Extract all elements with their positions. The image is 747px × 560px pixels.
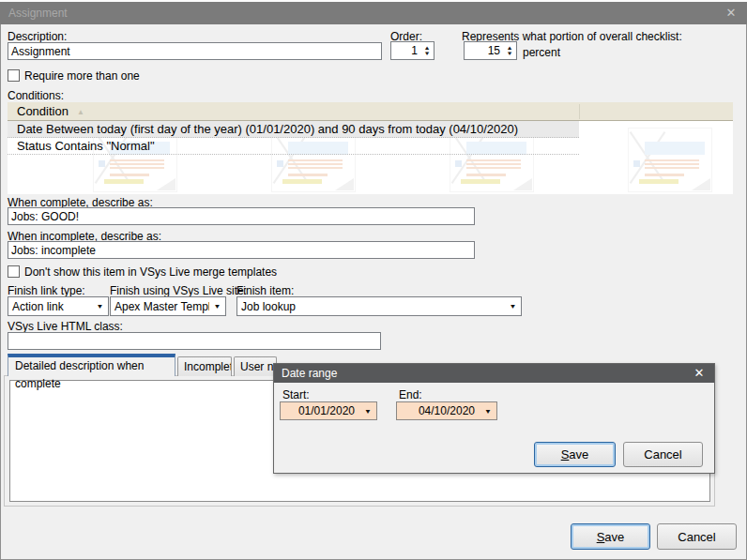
conditions-column-header[interactable]: Condition ▲: [8, 102, 733, 121]
column-divider: [579, 104, 580, 119]
titlebar: Assignment ✕: [0, 2, 747, 24]
spinner-down-icon[interactable]: ▼: [423, 51, 430, 56]
date-save-button[interactable]: Save: [534, 442, 616, 467]
finish-site-value: Apex Master Template: [111, 300, 209, 313]
condition-row-status[interactable]: Status Contains "Normal": [8, 138, 579, 155]
html-class-label: VSys Live HTML class:: [8, 320, 123, 333]
finish-item-value: Job lookup: [237, 300, 505, 313]
spinner-arrows[interactable]: ▲ ▼: [420, 45, 434, 56]
tab-user-notes[interactable]: User no: [234, 356, 277, 376]
date-range-dialog: Date range ✕ Start: 01/01/2020 ▼ End: 04…: [273, 363, 715, 474]
cancel-button[interactable]: Cancel: [657, 523, 737, 550]
dropdown-arrow-icon[interactable]: ▼: [359, 407, 376, 415]
portion-value: 15: [465, 44, 503, 57]
save-button[interactable]: Save: [571, 523, 650, 550]
finish-site-label: Finish using VSys Live site:: [110, 284, 247, 297]
spinner-down-icon[interactable]: ▼: [506, 51, 512, 56]
tab-incomplete[interactable]: Incomplete: [177, 356, 232, 376]
conditions-list: Condition ▲ Date Between today (first da…: [8, 102, 733, 194]
conditions-label: Conditions:: [8, 89, 64, 102]
dont-show-label: Don't show this item in VSys Live merge …: [24, 265, 277, 279]
percent-suffix-label: percent: [523, 46, 560, 59]
start-label: Start:: [282, 388, 310, 401]
start-date-value: 01/01/2020: [281, 404, 359, 417]
require-more-label: Require more than one: [24, 69, 140, 83]
assignment-dialog: Assignment ✕ Description: Assignment Ord…: [0, 0, 747, 560]
window-title: Assignment: [8, 2, 68, 24]
date-cancel-button[interactable]: Cancel: [623, 442, 703, 467]
condition-column-label: Condition: [17, 102, 69, 121]
finish-item-select[interactable]: Job lookup ▼: [236, 296, 522, 316]
start-date-select[interactable]: 01/01/2020 ▼: [280, 401, 377, 420]
dropdown-arrow-icon[interactable]: ▼: [505, 303, 521, 310]
end-date-value: 04/10/2020: [397, 404, 480, 417]
order-value: 1: [391, 44, 420, 57]
save-rest: ave: [604, 530, 624, 544]
dont-show-checkbox[interactable]: [8, 265, 20, 278]
spinner-arrows[interactable]: ▲ ▼: [503, 45, 516, 56]
description-label: Description:: [8, 30, 67, 43]
finish-link-type-label: Finish link type:: [8, 284, 85, 297]
finish-link-type-select[interactable]: Action link ▼: [8, 296, 109, 316]
require-more-checkbox[interactable]: [8, 69, 20, 82]
close-icon[interactable]: ✕: [690, 364, 709, 383]
finish-link-type-value: Action link: [8, 300, 92, 313]
order-stepper[interactable]: 1 ▲ ▼: [390, 41, 434, 60]
sort-ascending-icon: ▲: [77, 103, 84, 122]
date-dialog-title: Date range: [282, 364, 337, 383]
when-complete-input[interactable]: Jobs: GOOD!: [8, 207, 475, 225]
when-incomplete-input[interactable]: Jobs: incomplete: [8, 241, 475, 259]
dropdown-arrow-icon[interactable]: ▼: [209, 303, 225, 310]
finish-item-label: Finish item:: [236, 284, 294, 297]
ghost-template-thumbnail: [615, 125, 712, 192]
html-class-input[interactable]: [8, 332, 381, 350]
save-rest: ave: [569, 447, 588, 462]
portion-stepper[interactable]: 15 ▲ ▼: [464, 41, 517, 60]
finish-site-select[interactable]: Apex Master Template ▼: [110, 296, 226, 316]
dropdown-arrow-icon[interactable]: ▼: [92, 303, 108, 310]
close-icon[interactable]: ✕: [719, 2, 743, 24]
end-label: End:: [399, 388, 422, 401]
tab-detailed-description[interactable]: Detailed description when complete: [8, 354, 175, 376]
date-dialog-titlebar: Date range ✕: [274, 364, 714, 383]
end-date-select[interactable]: 04/10/2020 ▼: [396, 401, 497, 420]
description-input[interactable]: Assignment: [8, 42, 382, 60]
dropdown-arrow-icon[interactable]: ▼: [480, 407, 496, 415]
condition-row-date[interactable]: Date Between today (first day of the yea…: [8, 121, 579, 138]
